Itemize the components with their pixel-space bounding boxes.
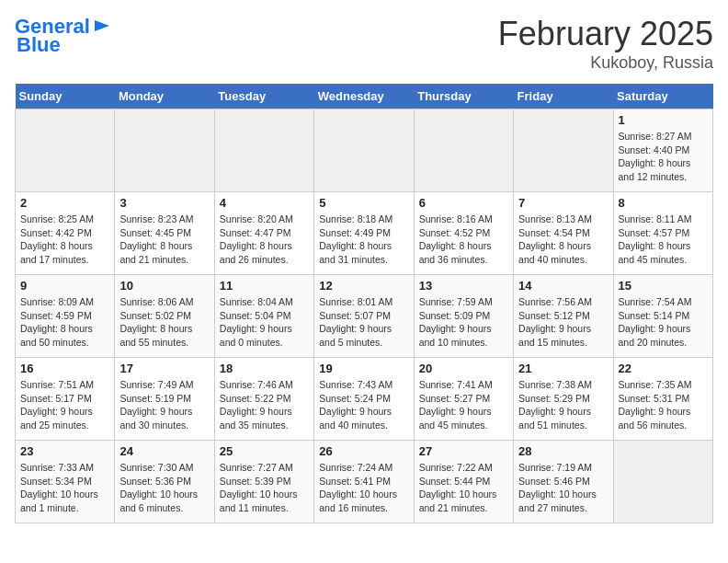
day-number: 12 bbox=[319, 279, 408, 293]
weekday-header-sunday: Sunday bbox=[16, 84, 115, 109]
calendar-table: SundayMondayTuesdayWednesdayThursdayFrid… bbox=[15, 84, 713, 523]
calendar-cell: 11Sunrise: 8:04 AM Sunset: 5:04 PM Dayli… bbox=[214, 275, 313, 358]
day-number: 1 bbox=[619, 113, 708, 127]
calendar-title: February 2025 bbox=[498, 15, 713, 53]
calendar-cell: 17Sunrise: 7:49 AM Sunset: 5:19 PM Dayli… bbox=[115, 358, 214, 441]
calendar-cell: 13Sunrise: 7:59 AM Sunset: 5:09 PM Dayli… bbox=[414, 275, 513, 358]
day-number: 19 bbox=[319, 362, 408, 375]
calendar-cell: 22Sunrise: 7:35 AM Sunset: 5:31 PM Dayli… bbox=[613, 358, 712, 441]
day-info: Sunrise: 7:49 AM Sunset: 5:19 PM Dayligh… bbox=[119, 378, 209, 432]
calendar-cell bbox=[613, 441, 712, 523]
calendar-week-1: 1Sunrise: 8:27 AM Sunset: 4:40 PM Daylig… bbox=[16, 109, 713, 192]
day-number: 13 bbox=[419, 279, 508, 293]
calendar-cell bbox=[514, 109, 613, 192]
weekday-header-thursday: Thursday bbox=[414, 84, 513, 109]
day-number: 2 bbox=[20, 196, 109, 210]
day-number: 6 bbox=[419, 196, 508, 210]
page-header: General Blue February 2025 Kukoboy, Russ… bbox=[15, 15, 713, 73]
day-info: Sunrise: 7:56 AM Sunset: 5:12 PM Dayligh… bbox=[518, 295, 608, 350]
day-number: 7 bbox=[518, 196, 608, 210]
calendar-cell: 14Sunrise: 7:56 AM Sunset: 5:12 PM Dayli… bbox=[514, 275, 613, 358]
calendar-week-3: 9Sunrise: 8:09 AM Sunset: 4:59 PM Daylig… bbox=[16, 275, 713, 358]
calendar-cell: 3Sunrise: 8:23 AM Sunset: 4:45 PM Daylig… bbox=[115, 192, 214, 275]
day-info: Sunrise: 7:51 AM Sunset: 5:17 PM Dayligh… bbox=[20, 378, 109, 432]
calendar-cell: 28Sunrise: 7:19 AM Sunset: 5:46 PM Dayli… bbox=[514, 441, 613, 523]
day-info: Sunrise: 7:24 AM Sunset: 5:41 PM Dayligh… bbox=[319, 461, 408, 515]
day-info: Sunrise: 8:18 AM Sunset: 4:49 PM Dayligh… bbox=[319, 213, 408, 267]
logo: General Blue bbox=[15, 15, 111, 57]
logo-blue: Blue bbox=[17, 33, 61, 57]
day-number: 28 bbox=[518, 444, 608, 458]
day-number: 24 bbox=[119, 444, 209, 458]
day-info: Sunrise: 7:38 AM Sunset: 5:29 PM Dayligh… bbox=[518, 378, 608, 432]
calendar-cell: 5Sunrise: 8:18 AM Sunset: 4:49 PM Daylig… bbox=[314, 192, 414, 275]
day-number: 27 bbox=[419, 444, 508, 458]
calendar-cell bbox=[314, 109, 414, 192]
calendar-cell: 8Sunrise: 8:11 AM Sunset: 4:57 PM Daylig… bbox=[613, 192, 712, 275]
day-number: 10 bbox=[119, 279, 209, 293]
calendar-cell bbox=[414, 109, 513, 192]
calendar-cell: 1Sunrise: 8:27 AM Sunset: 4:40 PM Daylig… bbox=[613, 109, 712, 192]
weekday-header-wednesday: Wednesday bbox=[314, 84, 414, 109]
day-info: Sunrise: 8:23 AM Sunset: 4:45 PM Dayligh… bbox=[119, 213, 209, 267]
day-info: Sunrise: 7:35 AM Sunset: 5:31 PM Dayligh… bbox=[619, 378, 708, 432]
day-number: 17 bbox=[119, 362, 209, 375]
calendar-cell: 16Sunrise: 7:51 AM Sunset: 5:17 PM Dayli… bbox=[16, 358, 115, 441]
day-info: Sunrise: 7:27 AM Sunset: 5:39 PM Dayligh… bbox=[220, 461, 309, 515]
calendar-cell: 25Sunrise: 7:27 AM Sunset: 5:39 PM Dayli… bbox=[214, 441, 313, 523]
calendar-week-4: 16Sunrise: 7:51 AM Sunset: 5:17 PM Dayli… bbox=[16, 358, 713, 441]
day-info: Sunrise: 8:16 AM Sunset: 4:52 PM Dayligh… bbox=[419, 213, 508, 267]
weekday-header-friday: Friday bbox=[514, 84, 613, 109]
calendar-cell: 2Sunrise: 8:25 AM Sunset: 4:42 PM Daylig… bbox=[16, 192, 115, 275]
day-number: 4 bbox=[220, 196, 309, 210]
day-number: 9 bbox=[20, 279, 109, 293]
calendar-cell: 27Sunrise: 7:22 AM Sunset: 5:44 PM Dayli… bbox=[414, 441, 513, 523]
calendar-cell: 4Sunrise: 8:20 AM Sunset: 4:47 PM Daylig… bbox=[214, 192, 313, 275]
title-block: February 2025 Kukoboy, Russia bbox=[498, 15, 713, 73]
day-number: 22 bbox=[619, 362, 708, 375]
weekday-header-saturday: Saturday bbox=[613, 84, 712, 109]
calendar-cell: 6Sunrise: 8:16 AM Sunset: 4:52 PM Daylig… bbox=[414, 192, 513, 275]
day-number: 8 bbox=[619, 196, 708, 210]
calendar-week-5: 23Sunrise: 7:33 AM Sunset: 5:34 PM Dayli… bbox=[16, 441, 713, 523]
day-info: Sunrise: 7:33 AM Sunset: 5:34 PM Dayligh… bbox=[20, 461, 109, 515]
day-info: Sunrise: 8:06 AM Sunset: 5:02 PM Dayligh… bbox=[119, 295, 209, 350]
day-number: 14 bbox=[518, 279, 608, 293]
day-number: 26 bbox=[319, 444, 408, 458]
calendar-cell: 12Sunrise: 8:01 AM Sunset: 5:07 PM Dayli… bbox=[314, 275, 414, 358]
day-info: Sunrise: 7:43 AM Sunset: 5:24 PM Dayligh… bbox=[319, 378, 408, 432]
day-number: 5 bbox=[319, 196, 408, 210]
day-number: 25 bbox=[220, 444, 309, 458]
svg-marker-0 bbox=[95, 20, 109, 31]
day-info: Sunrise: 7:41 AM Sunset: 5:27 PM Dayligh… bbox=[419, 378, 508, 432]
day-info: Sunrise: 7:30 AM Sunset: 5:36 PM Dayligh… bbox=[119, 461, 209, 515]
calendar-cell: 21Sunrise: 7:38 AM Sunset: 5:29 PM Dayli… bbox=[514, 358, 613, 441]
calendar-cell: 20Sunrise: 7:41 AM Sunset: 5:27 PM Dayli… bbox=[414, 358, 513, 441]
weekday-header-monday: Monday bbox=[115, 84, 214, 109]
calendar-cell: 9Sunrise: 8:09 AM Sunset: 4:59 PM Daylig… bbox=[16, 275, 115, 358]
day-number: 15 bbox=[619, 279, 708, 293]
day-info: Sunrise: 8:09 AM Sunset: 4:59 PM Dayligh… bbox=[20, 295, 109, 350]
calendar-cell: 7Sunrise: 8:13 AM Sunset: 4:54 PM Daylig… bbox=[514, 192, 613, 275]
calendar-cell bbox=[16, 109, 115, 192]
day-info: Sunrise: 8:27 AM Sunset: 4:40 PM Dayligh… bbox=[619, 130, 708, 184]
day-info: Sunrise: 7:59 AM Sunset: 5:09 PM Dayligh… bbox=[419, 295, 508, 350]
day-info: Sunrise: 8:13 AM Sunset: 4:54 PM Dayligh… bbox=[518, 213, 608, 267]
day-info: Sunrise: 8:04 AM Sunset: 5:04 PM Dayligh… bbox=[220, 295, 309, 350]
day-info: Sunrise: 8:01 AM Sunset: 5:07 PM Dayligh… bbox=[319, 295, 408, 350]
day-number: 18 bbox=[220, 362, 309, 375]
calendar-cell: 10Sunrise: 8:06 AM Sunset: 5:02 PM Dayli… bbox=[115, 275, 214, 358]
day-info: Sunrise: 7:19 AM Sunset: 5:46 PM Dayligh… bbox=[518, 461, 608, 515]
calendar-cell: 19Sunrise: 7:43 AM Sunset: 5:24 PM Dayli… bbox=[314, 358, 414, 441]
day-number: 21 bbox=[518, 362, 608, 375]
day-info: Sunrise: 7:54 AM Sunset: 5:14 PM Dayligh… bbox=[619, 295, 708, 350]
day-number: 20 bbox=[419, 362, 508, 375]
logo-arrow-icon bbox=[93, 17, 111, 35]
day-number: 3 bbox=[119, 196, 209, 210]
day-number: 23 bbox=[20, 444, 109, 458]
day-info: Sunrise: 8:25 AM Sunset: 4:42 PM Dayligh… bbox=[20, 213, 109, 267]
day-info: Sunrise: 7:46 AM Sunset: 5:22 PM Dayligh… bbox=[220, 378, 309, 432]
day-info: Sunrise: 8:11 AM Sunset: 4:57 PM Dayligh… bbox=[619, 213, 708, 267]
day-info: Sunrise: 7:22 AM Sunset: 5:44 PM Dayligh… bbox=[419, 461, 508, 515]
calendar-subtitle: Kukoboy, Russia bbox=[498, 53, 713, 73]
